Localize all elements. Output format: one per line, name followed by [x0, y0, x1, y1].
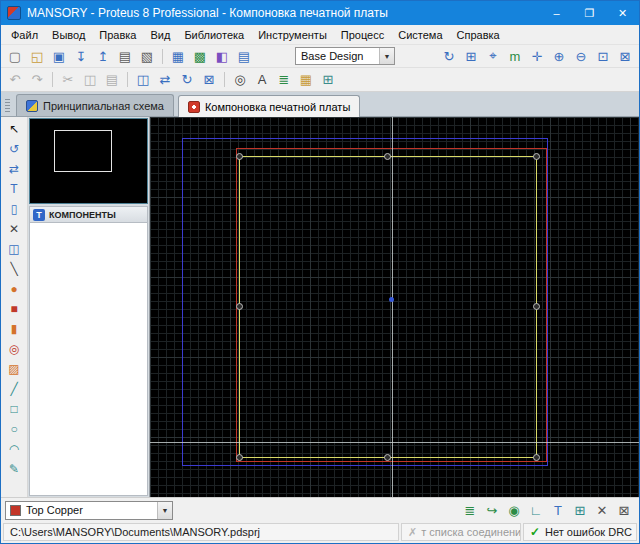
menu-item-0[interactable]: Файл [4, 27, 45, 43]
trace-tool-icon[interactable]: ╲ [4, 259, 25, 278]
layer-stack-icon[interactable]: ≣ [460, 501, 480, 519]
component-list-icon[interactable]: ≣ [274, 71, 294, 89]
menu-item-8[interactable]: Справка [450, 27, 507, 43]
layer-color-swatch [10, 505, 21, 516]
design-rules-icon[interactable]: ▦ [296, 71, 316, 89]
import-design-icon[interactable]: ↧ [71, 47, 91, 65]
text-mode-icon[interactable]: T [548, 501, 568, 519]
new-design-icon[interactable]: ▢ [5, 47, 25, 65]
mounting-pad [384, 153, 391, 160]
block-copy-icon[interactable]: ◫ [133, 71, 153, 89]
close-button[interactable]: ✕ [606, 1, 639, 25]
cut-icon[interactable]: ✂ [58, 71, 78, 89]
tab-grip-icon [5, 99, 10, 113]
netlist-x-icon: ✗ [408, 526, 417, 539]
trace-angle-icon[interactable]: ∟ [526, 501, 546, 519]
design-explorer-icon[interactable]: ▤ [234, 47, 254, 65]
cursor-center-icon[interactable]: ✛ [527, 47, 547, 65]
copy-icon[interactable]: ◫ [80, 71, 100, 89]
title-bar: MANSORY - Proteus 8 Professional - Компо… [1, 1, 639, 25]
arc-2d-tool-icon[interactable]: ◠ [4, 439, 25, 458]
components-list[interactable] [29, 223, 148, 496]
mounting-pad [533, 153, 540, 160]
mounting-pad [384, 454, 391, 461]
layer-selector-value: Top Copper [26, 504, 83, 516]
board-overview-preview[interactable] [29, 118, 148, 204]
mounting-pad [236, 303, 243, 310]
pcb-editor-canvas[interactable] [150, 117, 639, 497]
text-tool-icon[interactable]: T [4, 179, 25, 198]
menu-item-7[interactable]: Система [391, 27, 449, 43]
toolbar-separator [162, 49, 163, 64]
junction-tool-icon[interactable]: ✕ [4, 219, 25, 238]
design-explorer-combo[interactable]: Base Design ▼ [295, 47, 395, 65]
rotate-tool-icon[interactable]: ↺ [4, 139, 25, 158]
mirror-tool-icon[interactable]: ⇄ [4, 159, 25, 178]
schematic-view-icon[interactable]: ▦ [168, 47, 188, 65]
paste-icon[interactable]: ▤ [102, 71, 122, 89]
mark-print-area-icon[interactable]: ▧ [137, 47, 157, 65]
pad-round-tool-icon[interactable]: ● [4, 279, 25, 298]
block-rotate-icon[interactable]: ↻ [177, 71, 197, 89]
m-plus-icon[interactable]: m [505, 47, 525, 65]
layer-selector[interactable]: Top Copper ▼ [5, 501, 173, 520]
components-toggle-icon[interactable]: T [33, 209, 45, 221]
zoom-area-icon[interactable]: ⊠ [615, 47, 635, 65]
false-origin-icon[interactable]: ⌖ [483, 47, 503, 65]
tab-pcb-layout[interactable]: Компоновка печатной платы [178, 95, 360, 117]
open-design-icon[interactable]: ◱ [27, 47, 47, 65]
selection-tool-icon[interactable]: ↖ [4, 119, 25, 138]
route-mode-icon[interactable]: ↪ [482, 501, 502, 519]
layer-dropdown-arrow-icon[interactable]: ▼ [157, 502, 172, 519]
menu-item-3[interactable]: Вид [143, 27, 177, 43]
auto-router-icon[interactable]: ⊞ [318, 71, 338, 89]
menu-item-6[interactable]: Процесс [334, 27, 391, 43]
zoom-all-icon[interactable]: ⊡ [593, 47, 613, 65]
combo-dropdown-arrow-icon[interactable]: ▼ [379, 48, 394, 64]
toggle-grid-icon[interactable]: ⊞ [461, 47, 481, 65]
block-move-icon[interactable]: ⇄ [155, 71, 175, 89]
menu-item-5[interactable]: Инструменты [251, 27, 334, 43]
pcb-layout-tab-label: Компоновка печатной платы [205, 101, 350, 113]
grid-snap-icon[interactable]: ⊞ [570, 501, 590, 519]
block-delete-icon[interactable]: ⊠ [199, 71, 219, 89]
window-controls: – ❐ ✕ [540, 1, 639, 25]
undo-icon[interactable]: ↶ [5, 71, 25, 89]
menu-item-2[interactable]: Правка [92, 27, 143, 43]
menu-item-4[interactable]: Библиотека [177, 27, 251, 43]
pcb-view-icon[interactable]: ▩ [190, 47, 210, 65]
via-place-icon[interactable]: ◉ [504, 501, 524, 519]
selection-filter-icon[interactable]: ⊠ [614, 501, 634, 519]
redraw-icon[interactable]: ↻ [439, 47, 459, 65]
via-tool-icon[interactable]: ◎ [4, 339, 25, 358]
tab-schematic[interactable]: Принципиальная схема [16, 94, 174, 116]
restore-button[interactable]: ❐ [573, 1, 606, 25]
save-design-icon[interactable]: ▣ [49, 47, 69, 65]
status-drc: ✓ Нет ошибок DRC [523, 523, 637, 541]
3d-view-icon[interactable]: ◧ [212, 47, 232, 65]
package-tool-icon[interactable]: ◫ [4, 239, 25, 258]
zoom-out-icon[interactable]: ⊖ [571, 47, 591, 65]
export-design-icon[interactable]: ↥ [93, 47, 113, 65]
proteus-logo-icon [7, 6, 21, 20]
drc-check-icon: ✓ [530, 525, 540, 539]
pad-square-tool-icon[interactable]: ■ [4, 299, 25, 318]
pad-smd-tool-icon[interactable]: ▮ [4, 319, 25, 338]
box-2d-tool-icon[interactable]: □ [4, 399, 25, 418]
print-design-icon[interactable]: ▤ [115, 47, 135, 65]
schematic-tab-icon [26, 100, 38, 112]
component-tool-icon[interactable]: ▯ [4, 199, 25, 218]
pcb-layout-tab-icon [188, 101, 200, 113]
zone-tool-icon[interactable]: ▨ [4, 359, 25, 378]
zoom-in-icon[interactable]: ⊕ [549, 47, 569, 65]
redo-icon[interactable]: ↷ [27, 71, 47, 89]
status-netlist: ✗ т списка соединени [401, 523, 521, 541]
menu-item-1[interactable]: Вывод [45, 27, 92, 43]
circle-2d-tool-icon[interactable]: ○ [4, 419, 25, 438]
path-2d-tool-icon[interactable]: ✎ [4, 459, 25, 478]
delete-mode-icon[interactable]: ✕ [592, 501, 612, 519]
minimize-button[interactable]: – [540, 1, 573, 25]
find-component-icon[interactable]: A [252, 71, 272, 89]
line-2d-tool-icon[interactable]: ╱ [4, 379, 25, 398]
pick-parts-icon[interactable]: ◎ [230, 71, 250, 89]
